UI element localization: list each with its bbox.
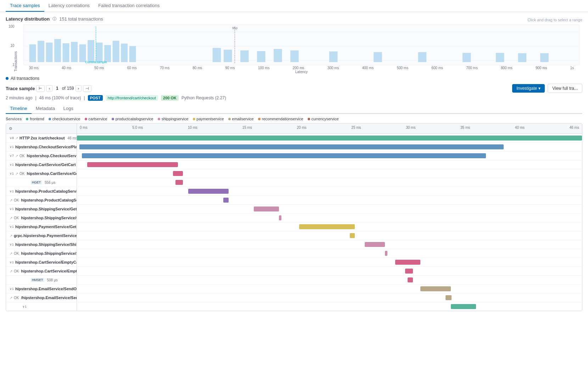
total-transactions: 151 total transactions: [59, 16, 103, 22]
collapse-icon-12[interactable]: ∨1: [10, 243, 14, 246]
svg-rect-28: [463, 53, 471, 62]
time-15: 15 ms: [242, 126, 252, 130]
service-dot-shipping: [158, 118, 160, 120]
trace-sample-header: Trace sample ⊢ ‹ 1 of 159 › ⊣ Investigat…: [6, 84, 582, 93]
collapse-icon-17[interactable]: ∨1: [10, 287, 14, 291]
svg-rect-9: [79, 44, 86, 62]
span-label-18: ↗ OK /hipstershop.EmailService/SendOrder…: [6, 293, 77, 302]
svg-rect-10: [88, 40, 94, 62]
span-label-11: ↗ grpc.hipstershop.PaymentService/Charge…: [6, 231, 77, 240]
svg-rect-19: [213, 48, 221, 62]
x-label-700ms: 700 ms: [466, 66, 478, 70]
time-5: 5.0 ms: [132, 126, 143, 130]
time-header-labels: 0 ms 5.0 ms 10 ms 15 ms 20 ms 25 ms 30 m…: [77, 123, 582, 132]
latency-chart-svg[interactable]: 95p: [23, 24, 579, 65]
time-30: 30 ms: [406, 126, 415, 130]
service-productcatalog: productcatalogservice: [112, 117, 153, 121]
collapse-icon-3[interactable]: ∨1: [10, 163, 14, 166]
service-payment: paymentservice: [193, 117, 224, 121]
timeline-area: ⚙ 0 ms 5.0 ms 10 ms 15 ms 20 ms 25 ms 30…: [6, 123, 582, 311]
svg-rect-3: [29, 44, 36, 62]
current-page: 1: [54, 85, 61, 92]
span-bar-13: [385, 251, 387, 256]
span-duration-5: 556 μs: [45, 181, 55, 184]
services-legend: Services frontend checkoutservice cartse…: [6, 117, 582, 121]
time-20: 20 ms: [297, 126, 307, 130]
tab-timeline[interactable]: Timeline: [6, 104, 32, 114]
span-label-19: ∨1: [6, 302, 77, 311]
x-axis-title: Latency: [23, 70, 579, 74]
span-icon-0: ↗: [15, 136, 18, 140]
tab-latency-correlations[interactable]: Latency correlations: [44, 0, 94, 12]
http-method-badge: POST: [88, 95, 103, 101]
timeline-time-header: 0 ms 5.0 ms 10 ms 15 ms 20 ms 25 ms 30 m…: [77, 123, 582, 133]
investigate-button[interactable]: Investigate ▾: [512, 84, 545, 93]
collapse-icon-8[interactable]: ∨1: [10, 207, 14, 211]
collapse-icon-1[interactable]: ∨1: [10, 145, 14, 149]
time-0: 0 ms: [80, 126, 88, 130]
all-transactions-label: All transactions: [11, 76, 39, 81]
tab-failed-transaction-correlations[interactable]: Failed transaction correlations: [94, 0, 164, 12]
svg-rect-27: [418, 52, 427, 62]
span-method-7: OK: [14, 198, 19, 202]
span-row-7: ↗ OK hipstershop.ProductCatalogService/G…: [6, 196, 582, 205]
collapse-icon-10[interactable]: ∨1: [10, 225, 14, 228]
trace-duration: 46 ms (100% of trace): [39, 95, 81, 100]
span-icon-2: ↗: [15, 154, 18, 158]
span-bar-area-17: [77, 285, 582, 293]
span-label-2: ∨7 ↗ OK hipstershop.CheckoutService/Plac…: [6, 152, 77, 160]
span-bar-15: [405, 269, 413, 274]
service-dot-payment: [193, 118, 195, 120]
view-full-trace-button[interactable]: View full tra...: [548, 84, 582, 93]
x-label-40ms: 40 ms: [62, 66, 71, 70]
collapse-icon-19[interactable]: ∨1: [22, 305, 27, 308]
service-dot-recommendation: [258, 118, 261, 120]
gear-icon[interactable]: ⚙: [9, 126, 12, 131]
span-name-17: hipstershop.EmailService/SendOrderConfir…: [15, 287, 77, 291]
span-row-12: ∨1 hipstershop.ShippingService/ShipOrder…: [6, 240, 582, 249]
nav-last-button[interactable]: ⊣: [83, 85, 91, 92]
collapse-icon-2[interactable]: ∨7: [10, 154, 14, 158]
nav-prev-button[interactable]: ‹: [46, 85, 52, 92]
span-icon-4: ↗: [15, 172, 18, 176]
span-bar-0: [77, 136, 582, 141]
span-bar-16: [408, 277, 413, 282]
span-row-4: ∨1 ↗ OK hipstershop.CartService/GetCart …: [6, 169, 582, 178]
span-row-16: HMSET 508 μs: [6, 276, 582, 285]
x-label-80ms: 80 ms: [192, 66, 202, 70]
svg-rect-26: [374, 52, 382, 62]
span-bar-area-5: [77, 178, 582, 187]
collapse-icon-4[interactable]: ∨1: [10, 172, 14, 175]
svg-rect-6: [54, 39, 61, 62]
x-label-300ms: 300 ms: [327, 66, 339, 70]
span-duration-0: 46 ms: [68, 136, 77, 140]
span-bar-area-0: [77, 134, 582, 142]
time-25: 25 ms: [351, 126, 361, 130]
x-label-60ms: 60 ms: [127, 66, 137, 70]
span-name-11: grpc.hipstershop.PaymentService/Charge: [14, 233, 77, 238]
span-method-15: OK: [14, 269, 19, 273]
investigate-chevron: ▾: [538, 86, 541, 91]
x-label-600ms: 600 ms: [431, 66, 443, 70]
tab-trace-samples[interactable]: Trace samples: [6, 0, 44, 12]
service-email: emailservice: [228, 117, 254, 121]
service-cartservice: cartservice: [85, 117, 107, 121]
span-name-13: hipstershop.ShippingService/ShipOrder: [21, 251, 77, 255]
nav-first-button[interactable]: ⊢: [36, 85, 45, 92]
time-35: 35 ms: [460, 126, 470, 130]
nav-next-button[interactable]: ›: [75, 85, 82, 92]
span-label-9: ↗ OK hipstershop.ShippingService/GetQuot…: [6, 214, 77, 222]
collapse-icon-6[interactable]: ∨1: [10, 189, 14, 193]
timeline-header: ⚙ 0 ms 5.0 ms 10 ms 15 ms 20 ms 25 ms 30…: [6, 123, 582, 134]
span-method-2: OK: [19, 154, 24, 158]
tab-metadata[interactable]: Metadata: [32, 104, 59, 114]
service-name-cart: cartservice: [89, 117, 107, 121]
x-label-900ms: 900 ms: [536, 66, 547, 70]
collapse-icon-14[interactable]: ∨1: [10, 260, 14, 264]
collapse-icon-0[interactable]: ∨8: [10, 136, 14, 140]
tab-logs[interactable]: Logs: [59, 104, 78, 114]
service-currency: currencyservice: [308, 117, 339, 121]
span-name-2: hipstershop.CheckoutService/PlaceOrder: [27, 154, 77, 158]
x-label-30ms: 30 ms: [29, 66, 39, 70]
x-label-200ms: 200 ms: [293, 66, 304, 70]
